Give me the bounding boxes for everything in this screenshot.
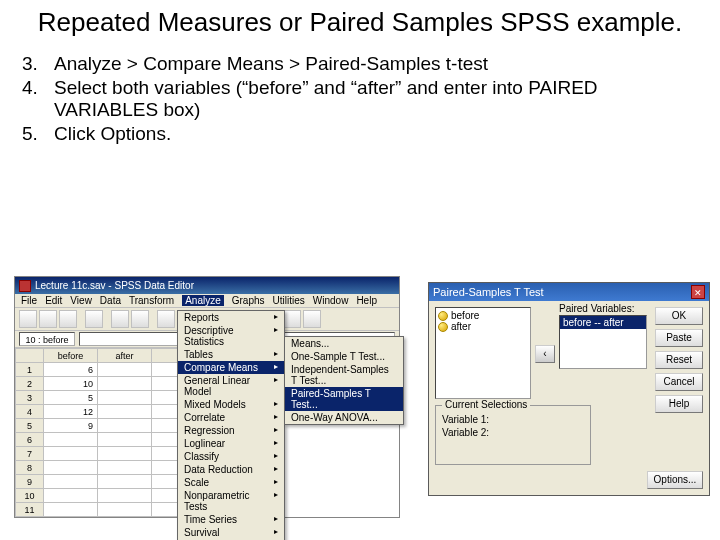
cell[interactable] <box>98 391 152 405</box>
row-header[interactable]: 5 <box>16 419 44 433</box>
row-header[interactable]: 11 <box>16 503 44 517</box>
submenu-anova[interactable]: One-Way ANOVA... <box>285 411 403 424</box>
menubar[interactable]: File Edit View Data Transform Analyze Gr… <box>15 294 399 308</box>
toolbar-button[interactable] <box>111 310 129 328</box>
menu-item-mixed[interactable]: Mixed Models <box>178 398 284 411</box>
cell[interactable] <box>98 503 152 517</box>
menu-graphs[interactable]: Graphs <box>232 295 265 306</box>
cell[interactable]: 10 <box>44 377 98 391</box>
compare-means-submenu[interactable]: Means... One-Sample T Test... Independen… <box>284 336 404 425</box>
step-text: Select both variables (“before” and “aft… <box>54 77 698 121</box>
paired-row[interactable]: before -- after <box>560 316 646 329</box>
toolbar-button[interactable] <box>59 310 77 328</box>
toolbar-button[interactable] <box>19 310 37 328</box>
toolbar-button[interactable] <box>157 310 175 328</box>
row-header[interactable]: 2 <box>16 377 44 391</box>
menu-analyze[interactable]: Analyze <box>182 295 224 306</box>
help-button[interactable]: Help <box>655 395 703 413</box>
variable-icon <box>438 311 448 321</box>
app-icon <box>19 280 31 292</box>
menu-item-loglinear[interactable]: Loglinear <box>178 437 284 450</box>
cell[interactable] <box>44 447 98 461</box>
menu-view[interactable]: View <box>70 295 92 306</box>
menu-item-tables[interactable]: Tables <box>178 348 284 361</box>
menu-item-nonparametric[interactable]: Nonparametric Tests <box>178 489 284 513</box>
submenu-independent-t[interactable]: Independent-Samples T Test... <box>285 363 403 387</box>
cancel-button[interactable]: Cancel <box>655 373 703 391</box>
variable-item[interactable]: before <box>438 310 528 321</box>
dialog-title: Paired-Samples T Test <box>433 286 544 298</box>
move-left-button[interactable]: ‹ <box>535 345 555 363</box>
paste-button[interactable]: Paste <box>655 329 703 347</box>
cell[interactable] <box>98 475 152 489</box>
cell[interactable] <box>44 433 98 447</box>
variable-item[interactable]: after <box>438 321 528 332</box>
toolbar-button[interactable] <box>303 310 321 328</box>
cell[interactable] <box>98 363 152 377</box>
paired-variables-list[interactable]: before -- after <box>559 315 647 369</box>
cell[interactable] <box>98 433 152 447</box>
cell[interactable] <box>98 447 152 461</box>
menu-edit[interactable]: Edit <box>45 295 62 306</box>
cell[interactable]: 12 <box>44 405 98 419</box>
menu-data[interactable]: Data <box>100 295 121 306</box>
analyze-menu[interactable]: Reports Descriptive Statistics Tables Co… <box>177 310 285 540</box>
column-header[interactable]: before <box>44 349 98 363</box>
cell[interactable] <box>98 377 152 391</box>
row-header[interactable]: 8 <box>16 461 44 475</box>
step-num: 4. <box>22 77 54 121</box>
submenu-one-sample-t[interactable]: One-Sample T Test... <box>285 350 403 363</box>
column-header[interactable]: after <box>98 349 152 363</box>
close-icon[interactable]: ✕ <box>691 285 705 299</box>
cell[interactable] <box>98 419 152 433</box>
toolbar-button[interactable] <box>39 310 57 328</box>
row-header[interactable]: 9 <box>16 475 44 489</box>
ok-button[interactable]: OK <box>655 307 703 325</box>
options-button[interactable]: Options... <box>647 471 703 489</box>
toolbar-button[interactable] <box>283 310 301 328</box>
cell[interactable] <box>98 461 152 475</box>
cell[interactable] <box>44 489 98 503</box>
cell[interactable] <box>98 489 152 503</box>
menu-transform[interactable]: Transform <box>129 295 174 306</box>
cell[interactable]: 5 <box>44 391 98 405</box>
menu-item-descriptives[interactable]: Descriptive Statistics <box>178 324 284 348</box>
row-header[interactable]: 6 <box>16 433 44 447</box>
menu-item-time-series[interactable]: Time Series <box>178 513 284 526</box>
menu-window[interactable]: Window <box>313 295 349 306</box>
source-variable-list[interactable]: before after <box>435 307 531 399</box>
cell[interactable]: 6 <box>44 363 98 377</box>
reset-button[interactable]: Reset <box>655 351 703 369</box>
row-header[interactable]: 7 <box>16 447 44 461</box>
menu-file[interactable]: File <box>21 295 37 306</box>
menu-utilities[interactable]: Utilities <box>273 295 305 306</box>
toolbar-button[interactable] <box>131 310 149 328</box>
menu-item-classify[interactable]: Classify <box>178 450 284 463</box>
cell[interactable] <box>44 475 98 489</box>
row-header[interactable]: 4 <box>16 405 44 419</box>
menu-item-survival[interactable]: Survival <box>178 526 284 539</box>
row-header[interactable]: 10 <box>16 489 44 503</box>
menu-item-regression[interactable]: Regression <box>178 424 284 437</box>
step-num: 5. <box>22 123 54 145</box>
cell[interactable] <box>44 503 98 517</box>
paired-samples-dialog: Paired-Samples T Test ✕ before after Pai… <box>428 282 710 496</box>
current-selections-group: Current Selections Variable 1: Variable … <box>435 405 591 465</box>
submenu-means[interactable]: Means... <box>285 337 403 350</box>
menu-item-correlate[interactable]: Correlate <box>178 411 284 424</box>
cell[interactable] <box>98 405 152 419</box>
menu-item-compare-means[interactable]: Compare Means <box>178 361 284 374</box>
cell[interactable]: 9 <box>44 419 98 433</box>
toolbar-button[interactable] <box>85 310 103 328</box>
menu-help[interactable]: Help <box>356 295 377 306</box>
submenu-paired-t[interactable]: Paired-Samples T Test... <box>285 387 403 411</box>
menu-item-scale[interactable]: Scale <box>178 476 284 489</box>
cell[interactable] <box>44 461 98 475</box>
row-header[interactable]: 3 <box>16 391 44 405</box>
menu-item-glm[interactable]: General Linear Model <box>178 374 284 398</box>
menu-item-data-reduction[interactable]: Data Reduction <box>178 463 284 476</box>
corner-cell <box>16 349 44 363</box>
row-header[interactable]: 1 <box>16 363 44 377</box>
menu-item-reports[interactable]: Reports <box>178 311 284 324</box>
step-num: 3. <box>22 53 54 75</box>
